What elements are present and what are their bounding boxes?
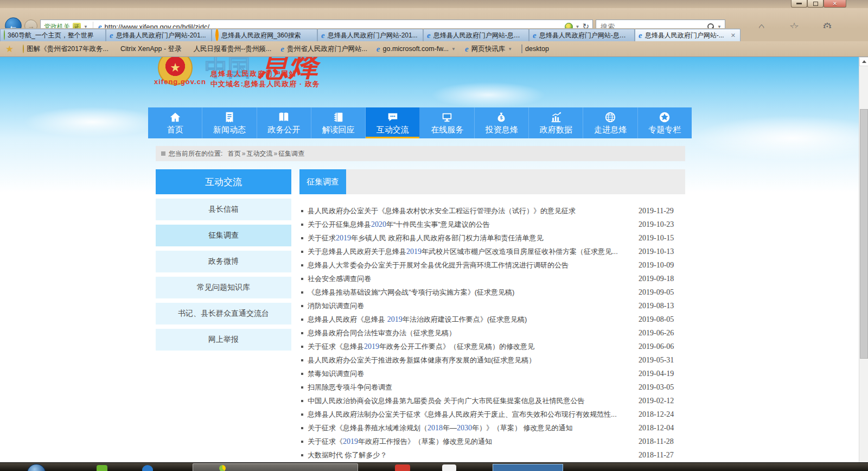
minimize-button[interactable] — [791, 0, 807, 8]
content-title-tab[interactable]: 征集调查 — [299, 169, 346, 194]
taskbar-app-icon[interactable] — [142, 465, 153, 471]
notebook-icon — [332, 111, 345, 123]
browser-tab-2[interactable]: e息烽县人民政府门户网站-201... — [106, 29, 212, 41]
list-item-7: 《息烽县推动基础设施“六网会战”专项行动实施方案》(征求意见稿)2019-09-… — [299, 285, 685, 299]
sidebar-item-4[interactable]: 常见问题知识库 — [156, 277, 291, 298]
page-scrollbar[interactable] — [859, 57, 868, 462]
sidebar-item-3[interactable]: 政务微博 — [156, 251, 291, 272]
bullet-icon — [301, 332, 303, 334]
nav-item-3[interactable]: 政务公开 — [257, 107, 311, 138]
nav-label: 政务公开 — [267, 125, 300, 135]
nav-item-2[interactable]: 新闻动态 — [202, 107, 257, 138]
list-item-18: 关于征求《2019年政府工作报告》（草案）修改意见的通知2018-11-28 — [299, 435, 685, 448]
start-orb-icon[interactable] — [27, 464, 46, 471]
article-link[interactable]: 社会安全感调查问卷 — [308, 274, 631, 284]
article-link[interactable]: 息烽县人民政府《息烽县 2019年法治政府建设工作要点》(征求意见稿) — [308, 315, 631, 324]
breadcrumb-link-2[interactable]: 互动交流 — [246, 149, 272, 158]
article-link[interactable]: 大数据时代 你了解多少？ — [308, 450, 631, 460]
list-item-12: 县人民政府办公室关于推进政务新媒体健康有序发展的通知(征求意见稿）2019-05… — [299, 353, 685, 367]
article-link[interactable]: 扫黑除恶专项斗争问卷调查 — [308, 383, 631, 392]
article-link[interactable]: 关于公开征集息烽县2020年“十件民生实事”意见建议的公告 — [308, 220, 631, 230]
chat-icon — [386, 111, 399, 123]
list-item-4: 关于息烽县人民政府关于息烽县2019年武校片区城市棚户区改造项目房屋征收补偿方案… — [299, 245, 685, 258]
content-panel: 征集调查 县人民政府办公室关于《息烽县农村饮水安全工程运行管理办法（试行）》的意… — [299, 169, 685, 462]
browser-tab-4[interactable]: e息烽县人民政府门户网站-201... — [317, 29, 423, 41]
article-link[interactable]: 《息烽县推动基础设施“六网会战”专项行动实施方案》(征求意见稿) — [308, 288, 631, 297]
article-link[interactable]: 关于征求《息烽县2019年政务公开工作要点》（征求意见稿）的修改意见 — [308, 342, 631, 352]
taskbar-app-icon[interactable] — [97, 465, 107, 471]
article-date: 2019-09-18 — [639, 275, 685, 283]
add-favorite-star-icon[interactable]: ★ — [5, 44, 14, 54]
article-link[interactable]: 关于征求2019年乡镇人民 政府和县人民政府各部门权力清单和责任清单意见 — [308, 233, 631, 243]
bullet-icon — [301, 413, 303, 416]
bullet-icon — [301, 319, 303, 321]
browser-tab-5[interactable]: e息烽县人民政府门户网站-息烽... — [423, 29, 529, 41]
article-link[interactable]: 关于息烽县人民政府关于息烽县2019年武校片区城市棚户区改造项目房屋征收补偿方案… — [308, 247, 631, 257]
article-link[interactable]: 中国人民政治协商会议息烽县第九届委员会 关于向广大市民征集提案信息及社情民意公告 — [308, 396, 631, 406]
sidebar-item-6[interactable]: 网上举报 — [156, 329, 291, 351]
breadcrumb-link-3[interactable]: 征集调查 — [278, 149, 304, 158]
favorite-item-4[interactable]: e贵州省人民政府门户网站... — [280, 44, 367, 54]
article-link[interactable]: 息烽县政府合同合法性审查办法（征求意见稿） — [308, 328, 631, 338]
article-date: 2019-10-15 — [639, 234, 685, 243]
favorite-item-1[interactable]: 图解《贵州省2017年政务... — [23, 44, 108, 54]
taskbar-app-icon[interactable] — [395, 464, 410, 471]
sidebar: 互动交流 县长信箱征集调查政务微博常见问题知识库书记、县长群众直通交流台网上举报 — [156, 169, 291, 351]
article-link[interactable]: 县人民政府办公室关于推进政务新媒体健康有序发展的通知(征求意见稿） — [308, 355, 631, 365]
list-item-17: 关于征求《息烽县养殖水域滩涂规划（2018年—2030年）》（草案） 修改意见的… — [299, 421, 685, 435]
tab-label: 息烽县人民政府门户网站-息烽... — [539, 31, 631, 40]
window-controls: ✕ — [791, 0, 846, 8]
browser-tab-6[interactable]: e息烽县人民政府门户网站-息烽... — [529, 29, 635, 41]
nav-item-5[interactable]: 互动交流 — [366, 107, 420, 138]
browser-tab-1[interactable]: 360导航_一个主页，整个世界 — [0, 29, 106, 41]
favorite-dropdown-icon[interactable]: ▼ — [508, 47, 512, 52]
taskbar-active-button[interactable] — [193, 463, 358, 471]
nav-item-10[interactable]: 专题专栏 — [638, 107, 692, 138]
sidebar-item-5[interactable]: 书记、县长群众直通交流台 — [156, 303, 291, 324]
nav-item-7[interactable]: $投资息烽 — [475, 107, 529, 138]
favorite-item-7[interactable]: desktop — [521, 44, 549, 54]
article-link[interactable]: 关于征求《2019年政府工作报告》（草案）修改意见的通知 — [308, 437, 631, 447]
nav-item-1[interactable]: 首页 — [148, 107, 202, 138]
article-link[interactable]: 息烽县人大常委会办公室关于开展对全县优化提升营商环境工作情况进行调研的公告 — [308, 260, 631, 270]
close-button[interactable]: ✕ — [824, 0, 846, 8]
scrollbar-thumb[interactable] — [860, 109, 868, 359]
breadcrumb-square-icon — [161, 151, 165, 156]
browser-tab-3[interactable]: 息烽县人民政府网_360搜索 — [212, 29, 317, 41]
tab-label: 息烽县人民政府门户网站-... — [645, 31, 727, 40]
nav-item-6[interactable]: 在线服务 — [420, 107, 474, 138]
taskbar-window-button[interactable] — [493, 464, 563, 471]
nav-label: 首页 — [167, 125, 183, 135]
nav-item-8[interactable]: 政府数据 — [529, 107, 583, 138]
browser-tab-7[interactable]: e息烽县人民政府门户网站-...✕ — [635, 29, 741, 41]
article-link[interactable]: 禁毒知识调查问卷 — [308, 369, 631, 379]
article-date: 2019-04-19 — [639, 370, 685, 378]
favorite-dropdown-icon[interactable]: ▼ — [451, 47, 456, 52]
article-date: 2019-10-09 — [639, 261, 685, 270]
list-item-8: 消防知识调查问卷2019-08-13 — [299, 299, 685, 313]
article-link[interactable]: 消防知识调查问卷 — [308, 301, 631, 311]
favorite-item-6[interactable]: e网页快讯库▼ — [465, 44, 512, 54]
nav-label: 解读回应 — [322, 125, 355, 135]
nav-item-4[interactable]: 解读回应 — [311, 107, 366, 138]
taskbar-app-icon[interactable] — [442, 464, 456, 471]
restore-button[interactable] — [807, 0, 824, 8]
article-link[interactable]: 县人民政府办公室关于《息烽县农村饮水安全工程运行管理办法（试行）》的意见征求 — [308, 206, 631, 216]
favorite-label: Citrix XenApp - 登录 — [120, 44, 182, 54]
favorite-label: go.microsoft.com-fw... — [383, 45, 449, 53]
article-link[interactable]: 关于征求《息烽县养殖水域滩涂规划（2018年—2030年）》（草案） 修改意见的… — [308, 423, 631, 433]
breadcrumb-link-1[interactable]: 首页 — [228, 149, 241, 158]
bullet-icon — [301, 346, 303, 348]
sidebar-item-2[interactable]: 征集调查 — [156, 225, 291, 246]
tab-close-icon[interactable]: ✕ — [730, 32, 737, 39]
bullet-icon — [301, 264, 303, 266]
sidebar-item-1[interactable]: 县长信箱 — [156, 199, 291, 220]
favorite-item-5[interactable]: ego.microsoft.com-fw...▼ — [376, 44, 456, 54]
site-domain-subtitle: 中文域名:息烽县人民政府 · 政务 — [210, 79, 320, 89]
nav-item-9[interactable]: 走进息烽 — [583, 107, 637, 138]
scrollbar-up-arrow[interactable] — [859, 57, 868, 66]
favorite-item-3[interactable]: 人民日报看贵州--贵州频... — [191, 44, 272, 54]
favorite-label: 贵州省人民政府门户网站... — [287, 44, 367, 54]
favorite-item-2[interactable]: Citrix XenApp - 登录 — [118, 44, 182, 54]
article-link[interactable]: 息烽县人民政府法制办公室关于征求《息烽县人民政府关于废止、宣布失效和公布现行有效… — [308, 410, 631, 419]
